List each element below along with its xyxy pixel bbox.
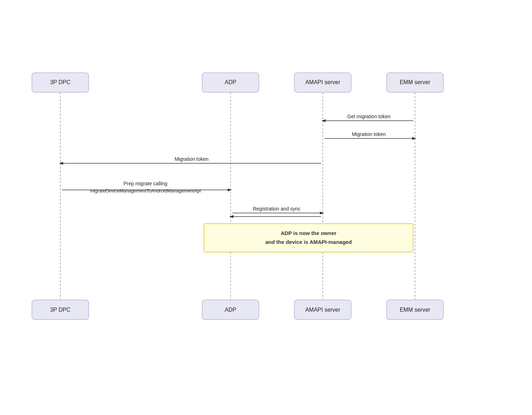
- actor-label-amapi-bottom: AMAPI server: [305, 307, 340, 313]
- actor-label-dpc-top: 3P DPC: [50, 79, 71, 85]
- actor-label-emm-bottom: EMM server: [400, 307, 431, 313]
- label-msg4-line1: Prep migrate calling: [123, 181, 167, 186]
- label-msg5: Registration and sync: [253, 206, 301, 212]
- actor-label-emm-top: EMM server: [400, 79, 431, 85]
- highlight-text-line2: and the device is AMAPI-managed: [265, 239, 352, 245]
- actor-label-adp-bottom: ADP: [225, 307, 237, 313]
- arrowhead-msg3: [59, 162, 63, 165]
- label-msg3: Migration token: [174, 156, 209, 162]
- diagram-container: 3P DPC ADP AMAPI server EMM server Get m…: [14, 57, 518, 359]
- arrowhead-msg4: [228, 189, 232, 191]
- actor-label-dpc-bottom: 3P DPC: [50, 307, 71, 313]
- label-msg2: Migration token: [352, 131, 386, 137]
- highlight-box: [204, 224, 413, 252]
- highlight-text-line1: ADP is now the owner: [281, 230, 336, 236]
- arrowhead-msg1: [321, 119, 326, 122]
- label-msg1: Get migration token: [347, 114, 390, 119]
- actor-label-adp-top: ADP: [225, 79, 237, 85]
- arrowhead-msg5-left: [229, 215, 233, 218]
- arrowhead-msg5-right: [320, 212, 324, 214]
- label-msg4-line2: migrateDeviceManagementToAndroidManageme…: [90, 188, 201, 193]
- actor-label-amapi-top: AMAPI server: [305, 79, 340, 85]
- arrowhead-msg2: [412, 137, 416, 140]
